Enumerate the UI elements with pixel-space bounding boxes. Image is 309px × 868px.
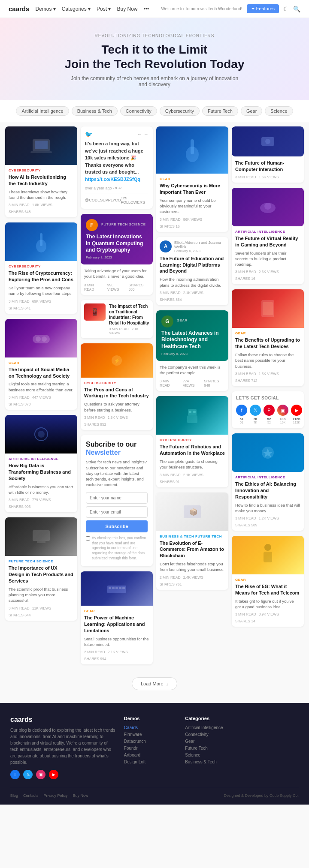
- card-ux-design[interactable]: FUTURE TECH SCIENCE The Importance of UX…: [5, 517, 77, 620]
- newsletter-email-input[interactable]: [86, 506, 148, 518]
- svg-rect-1: [30, 151, 52, 153]
- social-instagram[interactable]: ▣ 16K 16K: [277, 405, 288, 424]
- card-5g[interactable]: GEAR The Rise of 5G: What it Means for T…: [232, 536, 304, 627]
- footer-bottom-buy[interactable]: Buy Now: [73, 793, 88, 798]
- footer-fb-icon[interactable]: f: [10, 770, 20, 779]
- svg-rect-18: [119, 587, 121, 589]
- footer-cat-gear[interactable]: Gear: [185, 739, 237, 744]
- facebook-count: 51: [236, 417, 247, 421]
- footer-link-datacrunch[interactable]: Datacrunch: [124, 739, 176, 744]
- nav-demos[interactable]: Demos ▾: [35, 6, 55, 12]
- pinterest-label: 52: [264, 421, 275, 424]
- tweet-link[interactable]: https://t.co/KESBJZSfQq: [85, 177, 140, 182]
- svg-rect-33: [263, 302, 273, 315]
- footer-ig-icon[interactable]: ▣: [36, 770, 45, 779]
- card-title: How AI is Revolutionizing the Tech Indus…: [9, 174, 74, 187]
- card-tech-devices[interactable]: GEAR The Benefits of Upgrading to the La…: [232, 289, 304, 386]
- footer-tw-icon[interactable]: 𝕏: [23, 770, 33, 779]
- subscribe-button[interactable]: Subscribe: [86, 520, 148, 532]
- footer-cat-future[interactable]: Future Tech: [185, 746, 237, 751]
- card-cybersecurity[interactable]: GEAR Why Cybersecurity is More Important…: [156, 126, 228, 232]
- tweet-card[interactable]: 🐦 ←→ It's been a long way, but we've jus…: [81, 126, 153, 209]
- footer-link-artboard[interactable]: Artboard: [124, 753, 176, 757]
- card-body: ARTIFICIAL INTELLIGENCE The Ethics of AI…: [232, 472, 304, 531]
- footer-cat-biz[interactable]: Business & Tech: [185, 760, 237, 764]
- card-hci[interactable]: The Future of Human-Computer Interaction…: [232, 126, 304, 183]
- card-quantum[interactable]: F FUTURE TECH SCIENCE The Latest Innovat…: [81, 214, 153, 294]
- card-desc: The scientific proof that business plann…: [9, 586, 74, 604]
- newsletter-name-input[interactable]: [86, 492, 148, 504]
- load-more-button[interactable]: Load More ↓: [132, 677, 177, 690]
- author-avatar-g: G: [161, 315, 173, 327]
- card-title: The Importance of UX Design in Tech Prod…: [9, 565, 74, 584]
- card-ai-revolutionizing[interactable]: CYBERSECURITY How AI is Revolutionizing …: [5, 126, 77, 217]
- social-twitter[interactable]: 𝕏 7K 7K: [250, 405, 261, 424]
- card-meta: 3 MIN READ86K VIEWSSHARES 16: [160, 217, 225, 228]
- load-more-section: Load More ↓: [0, 669, 309, 699]
- social-widget: LET'S GET SOCIAL f 51 51 𝕏 7K 7K P 52 52: [232, 391, 304, 428]
- card-robotics[interactable]: CYBERSECURITY The Future of Robotics and…: [156, 396, 228, 487]
- footer-bottom: Blog Contacts Privacy Policy Buy Now Des…: [10, 788, 299, 798]
- nav-categories[interactable]: Categories ▾: [62, 6, 91, 12]
- cat-tab-gear[interactable]: Gear: [241, 106, 262, 116]
- footer-social: f 𝕏 ▣ ▶: [10, 770, 115, 779]
- card-vr-gaming[interactable]: ARTIFICIAL INTELLIGENCE The Future of Vi…: [232, 188, 304, 285]
- social-pinterest[interactable]: P 52 52: [264, 405, 275, 424]
- footer-link-firmware[interactable]: Firmware: [124, 732, 176, 737]
- footer: caards Our blog is dedicated to explorin…: [0, 703, 309, 805]
- nav-buynow[interactable]: Buy Now: [117, 6, 137, 12]
- footer-bottom-privacy[interactable]: Privacy Policy: [44, 793, 68, 798]
- card-big-data[interactable]: ARTIFICIAL INTELLIGENCE How Big Data is …: [5, 415, 77, 512]
- card-desc: These interviews show how they found the…: [9, 189, 74, 201]
- instagram-count: 16K: [277, 417, 288, 421]
- card-ethics-ai[interactable]: ARTIFICIAL INTELLIGENCE The Ethics of AI…: [232, 433, 304, 531]
- instagram-label: 16K: [277, 421, 288, 424]
- card-pros-cons[interactable]: ⚡ CYBERSECURITY The Pros and Cons of Wor…: [81, 343, 153, 430]
- card-cryptocurrency[interactable]: CYBERSECURITY The Rise of Cryptocurrency…: [5, 222, 77, 313]
- card-education[interactable]: A Elliott Alderson and Joanna Wellick Fe…: [156, 237, 228, 305]
- cat-tab-cyber[interactable]: Cybersecurity: [160, 106, 200, 116]
- card-body: BUSINESS & TECH FUTURE TECH The Evolutio…: [156, 531, 228, 590]
- features-button[interactable]: ✦ Features: [247, 4, 279, 13]
- footer-yt-icon[interactable]: ▶: [49, 770, 58, 779]
- card-social-media[interactable]: GEAR The Impact of Social Media on Techn…: [5, 319, 77, 410]
- cat-tab-science[interactable]: Science: [265, 106, 293, 116]
- card-meta: 3 MIN READ2.6K VIEWSSHARES 16: [235, 270, 300, 281]
- newsletter-checkbox[interactable]: [86, 536, 90, 541]
- card-tag: CYBERSECURITY: [160, 438, 225, 442]
- card-meta: 3 MIN READ1.6K VIEWS: [235, 175, 300, 179]
- footer-link-designloft[interactable]: Design Loft: [124, 760, 176, 764]
- social-youtube[interactable]: ▶ 112K 112K: [291, 405, 302, 424]
- search-button[interactable]: 🔍: [293, 6, 300, 12]
- card-body: FUTURE TECH SCIENCE The Importance of UX…: [5, 556, 77, 620]
- nav-right: Welcome to Tomorrow's Tech Wonderland! ✦…: [161, 4, 300, 13]
- card-machine-learning[interactable]: GEAR The Power of Machine Learning: Appl…: [81, 571, 153, 664]
- svg-text:📦: 📦: [189, 508, 198, 516]
- social-facebook[interactable]: f 51 51: [236, 405, 247, 424]
- cat-tab-ai[interactable]: Artificial Intelligence: [16, 106, 69, 116]
- cat-tab-future[interactable]: Future Tech: [202, 106, 238, 116]
- card-ecommerce[interactable]: 📦 BUSINESS & TECH FUTURE TECH The Evolut…: [156, 493, 228, 590]
- cat-tab-conn[interactable]: Connectivity: [120, 106, 157, 116]
- footer-link-foundr[interactable]: Foundr: [124, 746, 176, 751]
- pinterest-count: 52: [264, 417, 275, 421]
- footer-cat-conn[interactable]: Connectivity: [185, 732, 237, 737]
- facebook-icon: f: [236, 405, 247, 416]
- tweet-text: It's been a long way, but we've just rea…: [85, 140, 148, 183]
- nav-more[interactable]: •••: [143, 6, 149, 12]
- footer-bottom-blog[interactable]: Blog: [10, 793, 18, 798]
- footer-link-caards[interactable]: Caards: [124, 725, 176, 730]
- cat-tab-biz[interactable]: Business & Tech: [72, 106, 118, 116]
- horiz-title: The Impact of Tech on Traditional Indust…: [109, 303, 149, 326]
- nav-post[interactable]: Post ▾: [97, 6, 111, 12]
- footer-cat-ai[interactable]: Artificial Intelligence: [185, 725, 237, 730]
- card-title: The Future of Virtual Reality in Gaming …: [235, 235, 300, 248]
- footer-bottom-contacts[interactable]: Contacts: [23, 793, 39, 798]
- card-biotech[interactable]: G GEAR The Latest Advances in Biotechnol…: [156, 310, 228, 391]
- dark-mode-button[interactable]: ☾: [283, 6, 289, 12]
- svg-point-9: [38, 431, 45, 438]
- card-tech-traditional[interactable]: 📱 The Impact of Tech on Traditional Indu…: [81, 300, 153, 338]
- instagram-icon: ▣: [277, 405, 288, 416]
- card-title: The Impact of Social Media on Technology…: [9, 366, 74, 379]
- footer-cat-science[interactable]: Science: [185, 753, 237, 757]
